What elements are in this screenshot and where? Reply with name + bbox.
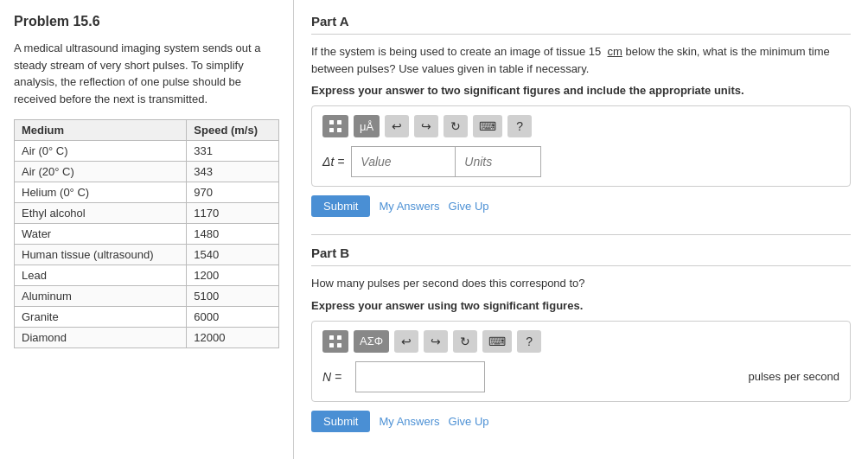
col-header-speed: Speed (m/s) xyxy=(187,120,279,141)
keyboard-icon-b: ⌨ xyxy=(488,335,506,348)
table-cell: 1170 xyxy=(187,203,279,224)
part-a-question: If the system is being used to create an… xyxy=(311,43,851,77)
redo-icon-a: ↪ xyxy=(421,119,431,133)
col-header-medium: Medium xyxy=(15,120,187,141)
table-cell: Human tissue (ultrasound) xyxy=(15,245,187,265)
refresh-icon-b: ↻ xyxy=(460,335,470,348)
part-b-toolbar: ΑΣΦ ↩ ↪ ↻ ⌨ ? xyxy=(322,330,839,353)
part-a-instruction: Express your answer to two significant f… xyxy=(311,84,851,97)
mu-icon-btn[interactable]: μÅ xyxy=(354,115,380,137)
grid-icon-btn-b[interactable] xyxy=(322,330,348,353)
table-cell: 12000 xyxy=(187,328,279,348)
table-cell: Granite xyxy=(15,307,187,328)
table-cell: Lead xyxy=(15,265,187,286)
refresh-btn-a[interactable]: ↻ xyxy=(444,115,468,137)
part-a-section: Part A If the system is being used to cr… xyxy=(311,14,851,217)
part-a-input-row: Δt = xyxy=(322,146,839,177)
svg-rect-6 xyxy=(329,343,334,347)
svg-rect-2 xyxy=(329,128,334,132)
table-cell: Diamond xyxy=(15,328,187,348)
table-cell: Aluminum xyxy=(15,286,187,307)
grid-icon-btn[interactable] xyxy=(322,115,348,137)
keyboard-icon-a: ⌨ xyxy=(479,119,496,133)
svg-rect-1 xyxy=(337,120,341,124)
part-b-action-row: Submit My Answers Give Up xyxy=(311,411,851,432)
n-label: N = xyxy=(322,370,348,384)
table-cell: Helium (0° C) xyxy=(15,182,187,203)
table-row: Diamond12000 xyxy=(15,328,279,348)
help-icon-a: ? xyxy=(516,119,523,133)
left-panel: Problem 15.6 A medical ultrasound imagin… xyxy=(0,0,294,459)
undo-icon-a: ↩ xyxy=(392,119,402,133)
table-cell: 1200 xyxy=(187,265,279,286)
part-b-instruction: Express your answer using two significan… xyxy=(311,299,851,312)
refresh-btn-b[interactable]: ↻ xyxy=(453,330,477,353)
my-answers-btn-a[interactable]: My Answers xyxy=(379,200,439,213)
section-divider xyxy=(311,234,851,235)
sigma-icon-btn[interactable]: ΑΣΦ xyxy=(354,330,389,353)
undo-icon-b: ↩ xyxy=(401,335,412,348)
redo-btn-b[interactable]: ↪ xyxy=(424,330,448,353)
table-cell: Ethyl alcohol xyxy=(15,203,187,224)
pulses-label: pulses per second xyxy=(748,370,839,383)
problem-title: Problem 15.6 xyxy=(14,14,279,29)
svg-rect-7 xyxy=(337,343,341,347)
sigma-icon: ΑΣΦ xyxy=(360,335,383,347)
give-up-btn-a[interactable]: Give Up xyxy=(449,200,489,213)
part-b-section: Part B How many pulses per second does t… xyxy=(311,245,851,432)
part-b-question: How many pulses per second does this cor… xyxy=(311,275,851,292)
part-a-toolbar: μÅ ↩ ↪ ↻ ⌨ ? xyxy=(322,115,839,137)
units-input[interactable] xyxy=(455,146,541,177)
table-row: Lead1200 xyxy=(15,265,279,286)
keyboard-btn-a[interactable]: ⌨ xyxy=(473,115,502,137)
right-panel: Part A If the system is being used to cr… xyxy=(294,0,868,459)
table-cell: 6000 xyxy=(187,307,279,328)
table-row: Water1480 xyxy=(15,224,279,245)
table-cell: 5100 xyxy=(187,286,279,307)
undo-btn-a[interactable]: ↩ xyxy=(385,115,409,137)
svg-rect-3 xyxy=(337,128,341,132)
part-b-title: Part B xyxy=(311,245,851,266)
table-cell: Air (0° C) xyxy=(15,141,187,162)
submit-btn-a[interactable]: Submit xyxy=(311,195,370,217)
redo-icon-b: ↪ xyxy=(431,335,441,348)
table-cell: 970 xyxy=(187,182,279,203)
table-row: Aluminum5100 xyxy=(15,286,279,307)
part-a-answer-box: μÅ ↩ ↪ ↻ ⌨ ? Δt = xyxy=(311,105,851,187)
table-row: Air (20° C)343 xyxy=(15,162,279,182)
submit-btn-b[interactable]: Submit xyxy=(311,411,370,432)
value-input[interactable] xyxy=(351,146,455,177)
table-cell: 1540 xyxy=(187,245,279,265)
data-table: Medium Speed (m/s) Air (0° C)331Air (20°… xyxy=(14,119,279,348)
help-btn-a[interactable]: ? xyxy=(507,115,532,137)
table-cell: 331 xyxy=(187,141,279,162)
problem-description: A medical ultrasound imaging system send… xyxy=(14,40,279,107)
part-a-action-row: Submit My Answers Give Up xyxy=(311,195,851,217)
part-b-input-row: N = pulses per second xyxy=(322,361,839,392)
table-cell: Air (20° C) xyxy=(15,162,187,182)
help-icon-b: ? xyxy=(526,335,533,348)
n-input[interactable] xyxy=(355,361,485,392)
table-row: Granite6000 xyxy=(15,307,279,328)
refresh-icon-a: ↻ xyxy=(450,119,461,133)
svg-rect-5 xyxy=(337,335,341,340)
table-row: Human tissue (ultrasound)1540 xyxy=(15,245,279,265)
part-b-answer-box: ΑΣΦ ↩ ↪ ↻ ⌨ ? N = xyxy=(311,321,851,402)
undo-btn-b[interactable]: ↩ xyxy=(394,330,418,353)
part-a-title: Part A xyxy=(311,14,851,35)
redo-btn-a[interactable]: ↪ xyxy=(414,115,438,137)
mu-icon: μÅ xyxy=(360,120,373,133)
give-up-btn-b[interactable]: Give Up xyxy=(449,415,489,428)
table-row: Helium (0° C)970 xyxy=(15,182,279,203)
keyboard-btn-b[interactable]: ⌨ xyxy=(482,330,512,353)
table-cell: 1480 xyxy=(187,224,279,245)
delta-t-label: Δt = xyxy=(322,155,344,169)
help-btn-b[interactable]: ? xyxy=(517,330,541,353)
table-row: Ethyl alcohol1170 xyxy=(15,203,279,224)
svg-rect-0 xyxy=(329,120,334,124)
svg-rect-4 xyxy=(329,335,334,340)
table-row: Air (0° C)331 xyxy=(15,141,279,162)
table-cell: 343 xyxy=(187,162,279,182)
my-answers-btn-b[interactable]: My Answers xyxy=(379,415,439,428)
table-cell: Water xyxy=(15,224,187,245)
